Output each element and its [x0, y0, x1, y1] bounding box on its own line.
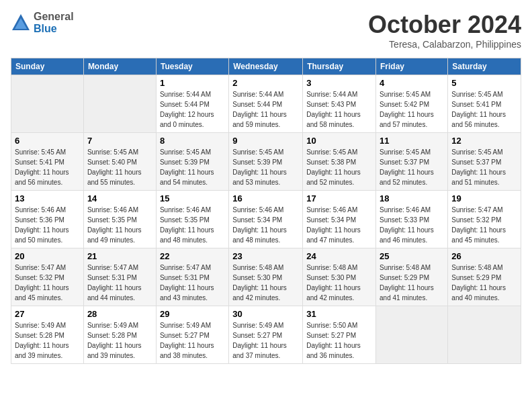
day-info: Sunrise: 5:46 AMSunset: 5:34 PMDaylight:…	[232, 205, 299, 245]
calendar-cell: 7Sunrise: 5:45 AMSunset: 5:40 PMDaylight…	[83, 133, 156, 191]
col-header-thursday: Thursday	[303, 58, 376, 75]
day-number: 9	[232, 136, 299, 146]
day-number: 24	[306, 251, 372, 261]
day-number: 28	[87, 309, 152, 319]
logo-general: General	[34, 11, 74, 23]
day-number: 27	[15, 309, 80, 319]
day-info: Sunrise: 5:47 AMSunset: 5:32 PMDaylight:…	[451, 205, 517, 245]
col-header-wednesday: Wednesday	[229, 58, 303, 75]
day-info: Sunrise: 5:46 AMSunset: 5:33 PMDaylight:…	[380, 205, 444, 245]
day-info: Sunrise: 5:49 AMSunset: 5:27 PMDaylight:…	[160, 320, 225, 361]
day-number: 13	[15, 193, 80, 203]
calendar-cell: 27Sunrise: 5:49 AMSunset: 5:28 PMDayligh…	[11, 306, 84, 364]
day-number: 12	[451, 136, 517, 146]
calendar-cell: 4Sunrise: 5:45 AMSunset: 5:42 PMDaylight…	[376, 75, 448, 133]
col-header-tuesday: Tuesday	[156, 58, 228, 75]
logo-icon	[11, 13, 31, 33]
day-number: 16	[232, 193, 299, 203]
day-info: Sunrise: 5:45 AMSunset: 5:41 PMDaylight:…	[15, 147, 80, 187]
day-number: 25	[380, 251, 444, 261]
calendar-cell: 25Sunrise: 5:48 AMSunset: 5:29 PMDayligh…	[376, 248, 448, 306]
day-number: 17	[306, 193, 372, 203]
day-number: 14	[87, 193, 152, 203]
calendar-cell: 29Sunrise: 5:49 AMSunset: 5:27 PMDayligh…	[156, 306, 228, 364]
day-number: 1	[160, 78, 225, 88]
calendar-cell	[11, 75, 84, 133]
calendar-table: SundayMondayTuesdayWednesdayThursdayFrid…	[11, 58, 521, 364]
calendar-cell: 10Sunrise: 5:45 AMSunset: 5:38 PMDayligh…	[303, 133, 376, 191]
title-block: October 2024 Teresa, Calabarzon, Philipp…	[368, 11, 521, 50]
day-info: Sunrise: 5:45 AMSunset: 5:41 PMDaylight:…	[451, 89, 517, 130]
day-number: 29	[160, 309, 225, 319]
month-title: October 2024	[368, 11, 521, 39]
day-number: 11	[380, 136, 444, 146]
day-number: 23	[232, 251, 299, 261]
day-info: Sunrise: 5:48 AMSunset: 5:30 PMDaylight:…	[306, 263, 372, 303]
calendar-cell: 24Sunrise: 5:48 AMSunset: 5:30 PMDayligh…	[303, 248, 376, 306]
calendar-cell: 22Sunrise: 5:47 AMSunset: 5:31 PMDayligh…	[156, 248, 228, 306]
calendar-cell: 21Sunrise: 5:47 AMSunset: 5:31 PMDayligh…	[83, 248, 156, 306]
calendar-cell: 3Sunrise: 5:44 AMSunset: 5:43 PMDaylight…	[303, 75, 376, 133]
calendar-cell: 15Sunrise: 5:46 AMSunset: 5:35 PMDayligh…	[156, 191, 228, 248]
day-info: Sunrise: 5:47 AMSunset: 5:31 PMDaylight:…	[87, 263, 152, 303]
calendar-week-5: 27Sunrise: 5:49 AMSunset: 5:28 PMDayligh…	[11, 306, 521, 364]
day-info: Sunrise: 5:44 AMSunset: 5:44 PMDaylight:…	[232, 89, 299, 130]
calendar-week-3: 13Sunrise: 5:46 AMSunset: 5:36 PMDayligh…	[11, 191, 521, 248]
day-number: 15	[160, 193, 225, 203]
day-number: 3	[306, 78, 372, 88]
calendar-cell: 18Sunrise: 5:46 AMSunset: 5:33 PMDayligh…	[376, 191, 448, 248]
calendar-cell: 14Sunrise: 5:46 AMSunset: 5:35 PMDayligh…	[83, 191, 156, 248]
day-number: 21	[87, 251, 152, 261]
day-info: Sunrise: 5:45 AMSunset: 5:39 PMDaylight:…	[232, 147, 299, 187]
location: Teresa, Calabarzon, Philippines	[368, 39, 521, 50]
day-info: Sunrise: 5:48 AMSunset: 5:29 PMDaylight:…	[451, 263, 517, 303]
calendar-cell: 26Sunrise: 5:48 AMSunset: 5:29 PMDayligh…	[448, 248, 521, 306]
day-info: Sunrise: 5:46 AMSunset: 5:35 PMDaylight:…	[87, 205, 152, 245]
day-number: 4	[380, 78, 444, 88]
calendar-cell: 20Sunrise: 5:47 AMSunset: 5:32 PMDayligh…	[11, 248, 84, 306]
logo-text: General Blue	[34, 11, 74, 34]
day-number: 19	[451, 193, 517, 203]
calendar-cell: 16Sunrise: 5:46 AMSunset: 5:34 PMDayligh…	[229, 191, 303, 248]
day-number: 31	[306, 309, 372, 319]
day-info: Sunrise: 5:50 AMSunset: 5:27 PMDaylight:…	[306, 320, 372, 361]
day-info: Sunrise: 5:49 AMSunset: 5:28 PMDaylight:…	[87, 320, 152, 361]
calendar-week-1: 1Sunrise: 5:44 AMSunset: 5:44 PMDaylight…	[11, 75, 521, 133]
day-number: 22	[160, 251, 225, 261]
day-number: 8	[160, 136, 225, 146]
page-header: General Blue October 2024 Teresa, Calaba…	[11, 11, 521, 50]
day-info: Sunrise: 5:47 AMSunset: 5:31 PMDaylight:…	[160, 263, 225, 303]
calendar-cell: 1Sunrise: 5:44 AMSunset: 5:44 PMDaylight…	[156, 75, 228, 133]
day-number: 5	[451, 78, 517, 88]
logo: General Blue	[11, 11, 74, 34]
calendar-cell: 13Sunrise: 5:46 AMSunset: 5:36 PMDayligh…	[11, 191, 84, 248]
day-number: 30	[232, 309, 299, 319]
col-header-monday: Monday	[83, 58, 156, 75]
calendar-cell: 31Sunrise: 5:50 AMSunset: 5:27 PMDayligh…	[303, 306, 376, 364]
day-number: 20	[15, 251, 80, 261]
calendar-cell: 23Sunrise: 5:48 AMSunset: 5:30 PMDayligh…	[229, 248, 303, 306]
day-number: 7	[87, 136, 152, 146]
calendar-cell: 5Sunrise: 5:45 AMSunset: 5:41 PMDaylight…	[448, 75, 521, 133]
day-info: Sunrise: 5:45 AMSunset: 5:39 PMDaylight:…	[160, 147, 225, 187]
calendar-cell: 11Sunrise: 5:45 AMSunset: 5:37 PMDayligh…	[376, 133, 448, 191]
day-info: Sunrise: 5:45 AMSunset: 5:37 PMDaylight:…	[451, 147, 517, 187]
day-number: 26	[451, 251, 517, 261]
calendar-week-4: 20Sunrise: 5:47 AMSunset: 5:32 PMDayligh…	[11, 248, 521, 306]
calendar-cell	[376, 306, 448, 364]
col-header-friday: Friday	[376, 58, 448, 75]
day-number: 2	[232, 78, 299, 88]
day-info: Sunrise: 5:49 AMSunset: 5:28 PMDaylight:…	[15, 320, 80, 361]
day-info: Sunrise: 5:46 AMSunset: 5:34 PMDaylight:…	[306, 205, 372, 245]
calendar-cell: 2Sunrise: 5:44 AMSunset: 5:44 PMDaylight…	[229, 75, 303, 133]
calendar-week-2: 6Sunrise: 5:45 AMSunset: 5:41 PMDaylight…	[11, 133, 521, 191]
day-info: Sunrise: 5:46 AMSunset: 5:35 PMDaylight:…	[160, 205, 225, 245]
day-info: Sunrise: 5:45 AMSunset: 5:38 PMDaylight:…	[306, 147, 372, 187]
calendar-cell	[83, 75, 156, 133]
calendar-cell: 17Sunrise: 5:46 AMSunset: 5:34 PMDayligh…	[303, 191, 376, 248]
day-info: Sunrise: 5:47 AMSunset: 5:32 PMDaylight:…	[15, 263, 80, 303]
calendar-cell: 6Sunrise: 5:45 AMSunset: 5:41 PMDaylight…	[11, 133, 84, 191]
calendar-cell: 12Sunrise: 5:45 AMSunset: 5:37 PMDayligh…	[448, 133, 521, 191]
day-number: 10	[306, 136, 372, 146]
calendar-cell	[448, 306, 521, 364]
